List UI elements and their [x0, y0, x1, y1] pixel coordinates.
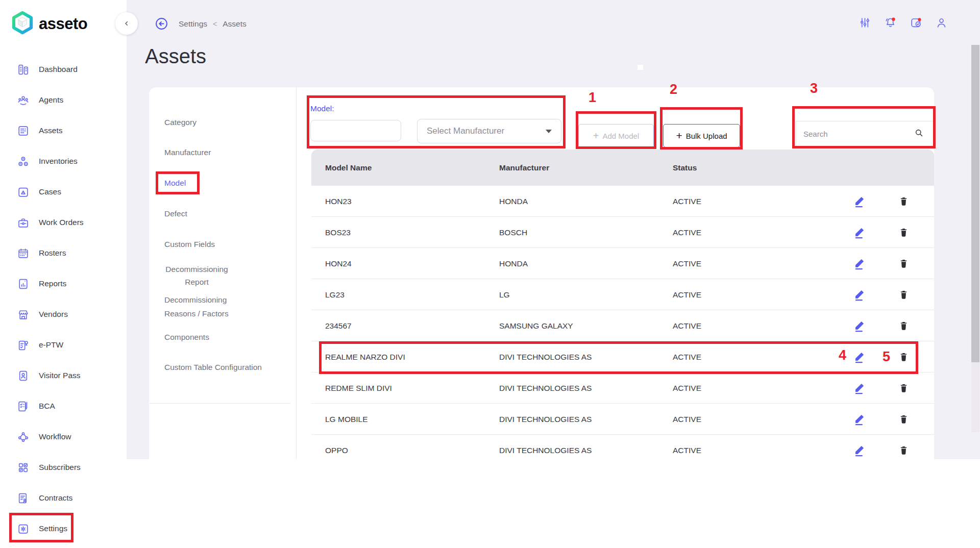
visitor-pass-icon	[17, 369, 30, 382]
delete-icon[interactable]	[892, 404, 915, 435]
submenu-item-defect[interactable]: Defect	[164, 209, 187, 219]
table-row: OPPODIVI TECHNOLOGIES ASACTIVE	[311, 435, 934, 459]
workflow-icon	[17, 431, 30, 443]
assets-icon	[17, 124, 30, 137]
delete-icon[interactable]	[892, 248, 915, 279]
cell-status: ACTIVE	[673, 372, 701, 404]
cell-manufacturer: DIVI TECHNOLOGIES AS	[499, 404, 592, 435]
cell-manufacturer: HONDA	[499, 186, 528, 217]
sidebar-item-dashboard[interactable]: Dashboard	[0, 54, 127, 85]
annotation-number-2: 2	[670, 82, 677, 97]
back-button[interactable]	[155, 17, 168, 31]
sidebar-nav: DashboardAgentsAssetsInventoriesCasesWor…	[0, 54, 127, 544]
sidebar-item-work-orders[interactable]: Work Orders	[0, 207, 127, 238]
delete-icon[interactable]	[892, 372, 915, 404]
cell-manufacturer: LG	[499, 279, 510, 310]
sidebar-item-reports[interactable]: Reports	[0, 268, 127, 299]
cell-status: ACTIVE	[673, 186, 701, 217]
annotation-number-4: 4	[839, 347, 846, 363]
sidebar-item-visitor-pass[interactable]: Visitor Pass	[0, 360, 127, 391]
table-row: LG MOBILEDIVI TECHNOLOGIES ASACTIVE	[311, 404, 934, 435]
edit-icon[interactable]	[847, 404, 871, 435]
notifications-icon[interactable]	[884, 16, 898, 31]
cell-manufacturer: SAMSUNG GALAXY	[499, 310, 573, 341]
annotation-box-settings	[9, 513, 74, 542]
filters-icon[interactable]	[859, 16, 873, 31]
table-body: HON23HONDAACTIVEBOS23BOSCHACTIVEHON24HON…	[311, 186, 934, 459]
delete-icon[interactable]	[892, 310, 915, 341]
e-ptw-icon	[17, 339, 30, 352]
delete-icon[interactable]	[892, 279, 915, 310]
submenu-item-manufacturer[interactable]: Manufacturer	[164, 147, 211, 158]
breadcrumb: Settings < Assets	[179, 19, 247, 29]
sidebar-collapse-button[interactable]	[115, 12, 138, 35]
delete-icon[interactable]	[892, 217, 915, 248]
reports-icon	[17, 278, 30, 290]
submenu-item-decommissioning-report[interactable]: Decommissioning Report	[164, 263, 229, 288]
cell-status: ACTIVE	[673, 435, 701, 459]
sidebar-item-assets[interactable]: Assets	[0, 115, 127, 146]
submenu-item-category[interactable]: Category	[164, 117, 197, 128]
scrollbar-thumb[interactable]	[971, 45, 979, 362]
submenu-item-components[interactable]: Components	[164, 332, 209, 342]
column-header-status: Status	[673, 150, 697, 186]
sidebar-item-bca[interactable]: BCA	[0, 391, 127, 421]
edit-icon[interactable]	[847, 217, 871, 248]
annotation-box-1-add-model	[576, 111, 656, 149]
sidebar-item-agents[interactable]: Agents	[0, 85, 127, 115]
edit-icon[interactable]	[847, 279, 871, 310]
scrollbar-track[interactable]	[971, 45, 979, 432]
delete-icon[interactable]	[892, 435, 915, 459]
sidebar-item-e-ptw[interactable]: e-PTW	[0, 330, 127, 360]
cell-status: ACTIVE	[673, 248, 701, 279]
submenu-bottom-divider	[150, 403, 290, 404]
submenu-item-custom-table-configuration[interactable]: Custom Table Configuration	[164, 362, 262, 372]
dashboard-icon	[17, 63, 30, 76]
delete-icon[interactable]	[892, 186, 915, 217]
breadcrumb-separator: <	[213, 20, 217, 28]
sidebar-item-subscribers[interactable]: Subscribers	[0, 452, 127, 483]
table-row: HON24HONDAACTIVE	[311, 248, 934, 279]
approvals-icon[interactable]	[910, 16, 924, 31]
logo[interactable]: asseto	[11, 11, 87, 37]
table-row: REDME SLIM DIVIDIVI TECHNOLOGIES ASACTIV…	[311, 372, 934, 404]
table-row: BOS23BOSCHACTIVE	[311, 217, 934, 248]
inventories-icon	[17, 155, 30, 168]
cell-manufacturer: DIVI TECHNOLOGIES AS	[499, 435, 592, 459]
profile-icon[interactable]	[935, 16, 949, 31]
cell-status: ACTIVE	[673, 310, 701, 341]
annotation-box-2-bulk-upload	[660, 107, 743, 150]
sidebar-item-contracts[interactable]: Contracts	[0, 483, 127, 513]
table-row: LG23LGACTIVE	[311, 279, 934, 310]
annotation-box-model-menu	[156, 171, 200, 194]
sidebar-item-workflow[interactable]: Workflow	[0, 421, 127, 452]
cell-model-name: BOS23	[325, 217, 351, 248]
annotation-box-realme-row	[319, 341, 918, 374]
edit-icon[interactable]	[847, 310, 871, 341]
sidebar-item-vendors[interactable]: Vendors	[0, 299, 127, 330]
cell-status: ACTIVE	[673, 279, 701, 310]
breadcrumb-assets[interactable]: Assets	[223, 19, 247, 29]
breadcrumb-settings[interactable]: Settings	[179, 19, 207, 29]
edit-icon[interactable]	[847, 248, 871, 279]
submenu-item-decommissioning-reasons-factors[interactable]: Decommissioning Reasons / Factors	[164, 293, 245, 320]
cell-model-name: HON24	[325, 248, 352, 279]
sidebar-item-inventories[interactable]: Inventories	[0, 146, 127, 177]
vendors-icon	[17, 308, 30, 321]
bca-icon	[17, 400, 30, 413]
edit-icon[interactable]	[847, 372, 871, 404]
submenu-item-custom-fields[interactable]: Custom Fields	[164, 239, 215, 250]
asseto-logo-icon	[11, 11, 34, 37]
sidebar: asseto DashboardAgentsAssetsInventoriesC…	[0, 0, 127, 548]
edit-icon[interactable]	[847, 186, 871, 217]
asseto-app: asseto DashboardAgentsAssetsInventoriesC…	[0, 0, 980, 548]
cases-icon	[17, 186, 30, 198]
edit-icon[interactable]	[847, 435, 871, 459]
artifact-dot	[638, 65, 643, 70]
annotation-number-1: 1	[589, 90, 596, 106]
sidebar-item-cases[interactable]: Cases	[0, 177, 127, 207]
table-header: Model Name Manufacturer Status	[311, 150, 934, 186]
sidebar-item-rosters[interactable]: Rosters	[0, 238, 127, 268]
annotation-number-3: 3	[810, 81, 818, 96]
page-title: Assets	[145, 45, 206, 68]
